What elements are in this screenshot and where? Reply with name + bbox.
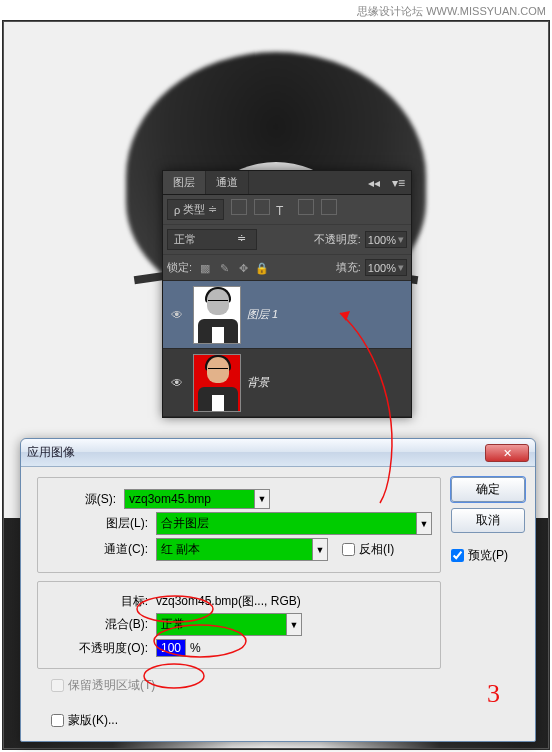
dropdown-icon[interactable]: ▼	[416, 512, 432, 535]
opacity-label: 不透明度(O):	[52, 640, 152, 657]
layer-label: 图层(L):	[52, 515, 152, 532]
panel-menu-icon[interactable]: ▾≡	[386, 176, 411, 190]
apply-image-dialog: 应用图像 ✕ 源(S): vzq3om45.bmp ▼ 图层(L): 合并图层 …	[20, 438, 536, 742]
invert-check-input[interactable]	[342, 543, 355, 556]
invert-checkbox[interactable]: 反相(I)	[342, 541, 394, 558]
lock-all-icon[interactable]: 🔒	[255, 261, 269, 275]
preserve-check-input	[51, 679, 64, 692]
dropdown-icon[interactable]: ▼	[286, 613, 302, 636]
preview-label: 预览(P)	[468, 547, 508, 564]
filter-shape-icon[interactable]	[298, 199, 314, 215]
lock-label: 锁定:	[167, 260, 192, 275]
panel-collapse-icon[interactable]: ◂◂	[362, 176, 386, 190]
tab-channels[interactable]: 通道	[206, 171, 249, 194]
filter-type-icon[interactable]: T	[276, 204, 292, 220]
filter-icons[interactable]: T	[228, 199, 336, 220]
layer-value: 合并图层	[156, 512, 416, 535]
lock-trans-icon[interactable]: ▩	[198, 261, 212, 275]
fill-label: 填充:	[336, 260, 361, 275]
layer-thumbnail[interactable]	[193, 286, 241, 344]
dropdown-icon[interactable]: ▼	[312, 538, 328, 561]
layer-select[interactable]: 合并图层 ▼	[156, 512, 432, 535]
ok-button[interactable]: 确定	[451, 477, 525, 502]
target-fieldset: 目标: vzq3om45.bmp(图..., RGB) 混合(B): 正常 ▼ …	[37, 581, 441, 669]
source-label: 源(S):	[52, 491, 120, 508]
opacity-label: 不透明度:	[314, 232, 361, 247]
target-value: vzq3om45.bmp(图..., RGB)	[156, 593, 301, 610]
close-button[interactable]: ✕	[485, 444, 529, 462]
source-value: vzq3om45.bmp	[124, 489, 254, 509]
lock-pos-icon[interactable]: ✥	[236, 261, 250, 275]
percent-label: %	[190, 641, 201, 655]
filter-pixel-icon[interactable]	[231, 199, 247, 215]
visibility-toggle-icon[interactable]: 👁	[167, 376, 187, 390]
layer-row[interactable]: 👁 背景	[163, 349, 411, 417]
dialog-title: 应用图像	[27, 444, 75, 461]
preview-checkbox[interactable]: 预览(P)	[451, 547, 525, 564]
channel-value: 红 副本	[156, 538, 312, 561]
blend-mode-value: 正常	[174, 232, 196, 247]
layer-row[interactable]: 👁 图层 1	[163, 281, 411, 349]
layer-name[interactable]: 图层 1	[247, 307, 278, 322]
blend-select[interactable]: 正常 ▼	[156, 613, 302, 636]
source-select[interactable]: vzq3om45.bmp ▼	[124, 489, 270, 509]
preview-check-input[interactable]	[451, 549, 464, 562]
layer-name[interactable]: 背景	[247, 375, 269, 390]
source-fieldset: 源(S): vzq3om45.bmp ▼ 图层(L): 合并图层 ▼ 通道(C)…	[37, 477, 441, 573]
cancel-button[interactable]: 取消	[451, 508, 525, 533]
opacity-input[interactable]: 100%▾	[365, 231, 407, 248]
mask-check-input[interactable]	[51, 714, 64, 727]
dialog-titlebar[interactable]: 应用图像 ✕	[21, 439, 535, 467]
blend-mode-select[interactable]: 正常≑	[167, 229, 257, 250]
filter-label: 类型	[183, 202, 205, 217]
blend-label: 混合(B):	[52, 616, 152, 633]
opacity-value: 100%	[368, 234, 396, 246]
preserve-checkbox[interactable]: 保留透明区域(T)	[51, 677, 441, 694]
invert-label: 反相(I)	[359, 541, 394, 558]
channel-select[interactable]: 红 副本 ▼	[156, 538, 328, 561]
opacity-input[interactable]: 100	[156, 639, 186, 657]
mask-label: 蒙版(K)...	[68, 712, 118, 729]
channel-label: 通道(C):	[52, 541, 152, 558]
blend-value: 正常	[156, 613, 286, 636]
target-label: 目标:	[52, 593, 152, 610]
fill-value: 100%	[368, 262, 396, 274]
filter-type-select[interactable]: ρ 类型 ≑	[167, 199, 224, 220]
mask-checkbox[interactable]: 蒙版(K)...	[51, 712, 441, 729]
watermark-text: 思缘设计论坛 WWW.MISSYUAN.COM	[357, 4, 546, 19]
layer-thumbnail[interactable]	[193, 354, 241, 412]
dropdown-icon[interactable]: ▼	[254, 489, 270, 509]
tab-layers[interactable]: 图层	[163, 171, 206, 194]
filter-smart-icon[interactable]	[321, 199, 337, 215]
visibility-toggle-icon[interactable]: 👁	[167, 308, 187, 322]
preserve-label: 保留透明区域(T)	[68, 677, 155, 694]
layers-panel: 图层 通道 ◂◂ ▾≡ ρ 类型 ≑ T 正常≑ 不透明度: 100%▾	[162, 170, 412, 418]
lock-paint-icon[interactable]: ✎	[217, 261, 231, 275]
filter-adjust-icon[interactable]	[254, 199, 270, 215]
layers-list: 👁 图层 1 👁 背景	[163, 281, 411, 417]
fill-input[interactable]: 100%▾	[365, 259, 407, 276]
